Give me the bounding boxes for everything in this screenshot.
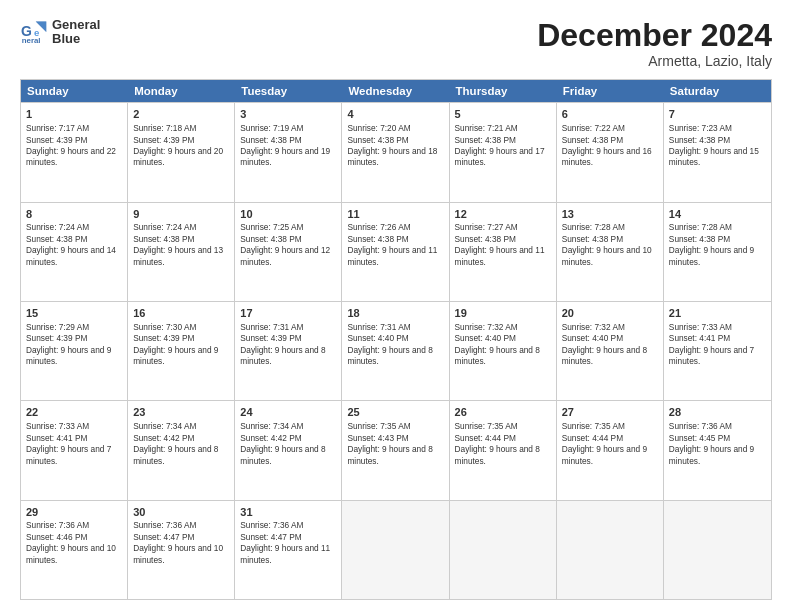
logo-line2: Blue bbox=[52, 32, 100, 46]
day-number: 31 bbox=[240, 505, 336, 520]
cell-info: Sunrise: 7:33 AMSunset: 4:41 PMDaylight:… bbox=[26, 421, 111, 465]
cell-info: Sunrise: 7:32 AMSunset: 4:40 PMDaylight:… bbox=[455, 322, 540, 366]
day-number: 30 bbox=[133, 505, 229, 520]
cell-info: Sunrise: 7:29 AMSunset: 4:39 PMDaylight:… bbox=[26, 322, 111, 366]
svg-text:neral: neral bbox=[22, 37, 41, 46]
day-number: 6 bbox=[562, 107, 658, 122]
header: G e neral General Blue December 2024 Arm… bbox=[20, 18, 772, 69]
calendar-cell bbox=[557, 501, 664, 599]
weekday-thursday: Thursday bbox=[450, 80, 557, 102]
cell-info: Sunrise: 7:26 AMSunset: 4:38 PMDaylight:… bbox=[347, 222, 437, 266]
calendar-cell: 22Sunrise: 7:33 AMSunset: 4:41 PMDayligh… bbox=[21, 401, 128, 499]
weekday-sunday: Sunday bbox=[21, 80, 128, 102]
calendar-cell: 23Sunrise: 7:34 AMSunset: 4:42 PMDayligh… bbox=[128, 401, 235, 499]
calendar-cell: 28Sunrise: 7:36 AMSunset: 4:45 PMDayligh… bbox=[664, 401, 771, 499]
day-number: 29 bbox=[26, 505, 122, 520]
calendar-row-4: 22Sunrise: 7:33 AMSunset: 4:41 PMDayligh… bbox=[21, 400, 771, 499]
calendar-body: 1Sunrise: 7:17 AMSunset: 4:39 PMDaylight… bbox=[21, 102, 771, 599]
cell-info: Sunrise: 7:36 AMSunset: 4:46 PMDaylight:… bbox=[26, 520, 116, 564]
calendar-cell: 15Sunrise: 7:29 AMSunset: 4:39 PMDayligh… bbox=[21, 302, 128, 400]
day-number: 3 bbox=[240, 107, 336, 122]
cell-info: Sunrise: 7:18 AMSunset: 4:39 PMDaylight:… bbox=[133, 123, 223, 167]
day-number: 10 bbox=[240, 207, 336, 222]
calendar-cell: 5Sunrise: 7:21 AMSunset: 4:38 PMDaylight… bbox=[450, 103, 557, 201]
cell-info: Sunrise: 7:30 AMSunset: 4:39 PMDaylight:… bbox=[133, 322, 218, 366]
day-number: 5 bbox=[455, 107, 551, 122]
logo-text: General Blue bbox=[52, 18, 100, 47]
day-number: 26 bbox=[455, 405, 551, 420]
logo-icon: G e neral bbox=[20, 18, 48, 46]
cell-info: Sunrise: 7:34 AMSunset: 4:42 PMDaylight:… bbox=[133, 421, 218, 465]
calendar-cell: 17Sunrise: 7:31 AMSunset: 4:39 PMDayligh… bbox=[235, 302, 342, 400]
calendar: Sunday Monday Tuesday Wednesday Thursday… bbox=[20, 79, 772, 600]
cell-info: Sunrise: 7:36 AMSunset: 4:47 PMDaylight:… bbox=[240, 520, 330, 564]
weekday-wednesday: Wednesday bbox=[342, 80, 449, 102]
cell-info: Sunrise: 7:28 AMSunset: 4:38 PMDaylight:… bbox=[562, 222, 652, 266]
title-block: December 2024 Armetta, Lazio, Italy bbox=[537, 18, 772, 69]
calendar-cell: 27Sunrise: 7:35 AMSunset: 4:44 PMDayligh… bbox=[557, 401, 664, 499]
day-number: 21 bbox=[669, 306, 766, 321]
day-number: 15 bbox=[26, 306, 122, 321]
cell-info: Sunrise: 7:33 AMSunset: 4:41 PMDaylight:… bbox=[669, 322, 754, 366]
day-number: 24 bbox=[240, 405, 336, 420]
day-number: 9 bbox=[133, 207, 229, 222]
cell-info: Sunrise: 7:20 AMSunset: 4:38 PMDaylight:… bbox=[347, 123, 437, 167]
cell-info: Sunrise: 7:21 AMSunset: 4:38 PMDaylight:… bbox=[455, 123, 545, 167]
calendar-cell: 11Sunrise: 7:26 AMSunset: 4:38 PMDayligh… bbox=[342, 203, 449, 301]
day-number: 25 bbox=[347, 405, 443, 420]
cell-info: Sunrise: 7:35 AMSunset: 4:44 PMDaylight:… bbox=[562, 421, 647, 465]
day-number: 16 bbox=[133, 306, 229, 321]
cell-info: Sunrise: 7:36 AMSunset: 4:45 PMDaylight:… bbox=[669, 421, 754, 465]
calendar-cell: 18Sunrise: 7:31 AMSunset: 4:40 PMDayligh… bbox=[342, 302, 449, 400]
calendar-cell: 13Sunrise: 7:28 AMSunset: 4:38 PMDayligh… bbox=[557, 203, 664, 301]
calendar-cell: 25Sunrise: 7:35 AMSunset: 4:43 PMDayligh… bbox=[342, 401, 449, 499]
day-number: 12 bbox=[455, 207, 551, 222]
day-number: 22 bbox=[26, 405, 122, 420]
page: G e neral General Blue December 2024 Arm… bbox=[0, 0, 792, 612]
day-number: 18 bbox=[347, 306, 443, 321]
calendar-cell bbox=[664, 501, 771, 599]
calendar-header: Sunday Monday Tuesday Wednesday Thursday… bbox=[21, 80, 771, 102]
day-number: 11 bbox=[347, 207, 443, 222]
calendar-row-2: 8Sunrise: 7:24 AMSunset: 4:38 PMDaylight… bbox=[21, 202, 771, 301]
cell-info: Sunrise: 7:17 AMSunset: 4:39 PMDaylight:… bbox=[26, 123, 116, 167]
calendar-cell: 12Sunrise: 7:27 AMSunset: 4:38 PMDayligh… bbox=[450, 203, 557, 301]
weekday-friday: Friday bbox=[557, 80, 664, 102]
calendar-cell: 2Sunrise: 7:18 AMSunset: 4:39 PMDaylight… bbox=[128, 103, 235, 201]
weekday-tuesday: Tuesday bbox=[235, 80, 342, 102]
cell-info: Sunrise: 7:31 AMSunset: 4:40 PMDaylight:… bbox=[347, 322, 432, 366]
cell-info: Sunrise: 7:34 AMSunset: 4:42 PMDaylight:… bbox=[240, 421, 325, 465]
day-number: 7 bbox=[669, 107, 766, 122]
cell-info: Sunrise: 7:23 AMSunset: 4:38 PMDaylight:… bbox=[669, 123, 759, 167]
calendar-cell: 1Sunrise: 7:17 AMSunset: 4:39 PMDaylight… bbox=[21, 103, 128, 201]
cell-info: Sunrise: 7:31 AMSunset: 4:39 PMDaylight:… bbox=[240, 322, 325, 366]
calendar-cell: 6Sunrise: 7:22 AMSunset: 4:38 PMDaylight… bbox=[557, 103, 664, 201]
day-number: 19 bbox=[455, 306, 551, 321]
day-number: 8 bbox=[26, 207, 122, 222]
cell-info: Sunrise: 7:32 AMSunset: 4:40 PMDaylight:… bbox=[562, 322, 647, 366]
calendar-row-1: 1Sunrise: 7:17 AMSunset: 4:39 PMDaylight… bbox=[21, 102, 771, 201]
cell-info: Sunrise: 7:24 AMSunset: 4:38 PMDaylight:… bbox=[26, 222, 116, 266]
day-number: 20 bbox=[562, 306, 658, 321]
calendar-row-5: 29Sunrise: 7:36 AMSunset: 4:46 PMDayligh… bbox=[21, 500, 771, 599]
day-number: 4 bbox=[347, 107, 443, 122]
cell-info: Sunrise: 7:35 AMSunset: 4:43 PMDaylight:… bbox=[347, 421, 432, 465]
calendar-cell: 3Sunrise: 7:19 AMSunset: 4:38 PMDaylight… bbox=[235, 103, 342, 201]
calendar-cell: 20Sunrise: 7:32 AMSunset: 4:40 PMDayligh… bbox=[557, 302, 664, 400]
calendar-cell: 4Sunrise: 7:20 AMSunset: 4:38 PMDaylight… bbox=[342, 103, 449, 201]
calendar-cell: 24Sunrise: 7:34 AMSunset: 4:42 PMDayligh… bbox=[235, 401, 342, 499]
day-number: 23 bbox=[133, 405, 229, 420]
calendar-cell: 16Sunrise: 7:30 AMSunset: 4:39 PMDayligh… bbox=[128, 302, 235, 400]
calendar-row-3: 15Sunrise: 7:29 AMSunset: 4:39 PMDayligh… bbox=[21, 301, 771, 400]
weekday-saturday: Saturday bbox=[664, 80, 771, 102]
calendar-cell: 26Sunrise: 7:35 AMSunset: 4:44 PMDayligh… bbox=[450, 401, 557, 499]
calendar-cell: 21Sunrise: 7:33 AMSunset: 4:41 PMDayligh… bbox=[664, 302, 771, 400]
calendar-cell: 31Sunrise: 7:36 AMSunset: 4:47 PMDayligh… bbox=[235, 501, 342, 599]
calendar-cell: 29Sunrise: 7:36 AMSunset: 4:46 PMDayligh… bbox=[21, 501, 128, 599]
calendar-cell: 19Sunrise: 7:32 AMSunset: 4:40 PMDayligh… bbox=[450, 302, 557, 400]
day-number: 1 bbox=[26, 107, 122, 122]
calendar-subtitle: Armetta, Lazio, Italy bbox=[537, 53, 772, 69]
logo: G e neral General Blue bbox=[20, 18, 100, 47]
calendar-cell bbox=[342, 501, 449, 599]
calendar-cell: 8Sunrise: 7:24 AMSunset: 4:38 PMDaylight… bbox=[21, 203, 128, 301]
